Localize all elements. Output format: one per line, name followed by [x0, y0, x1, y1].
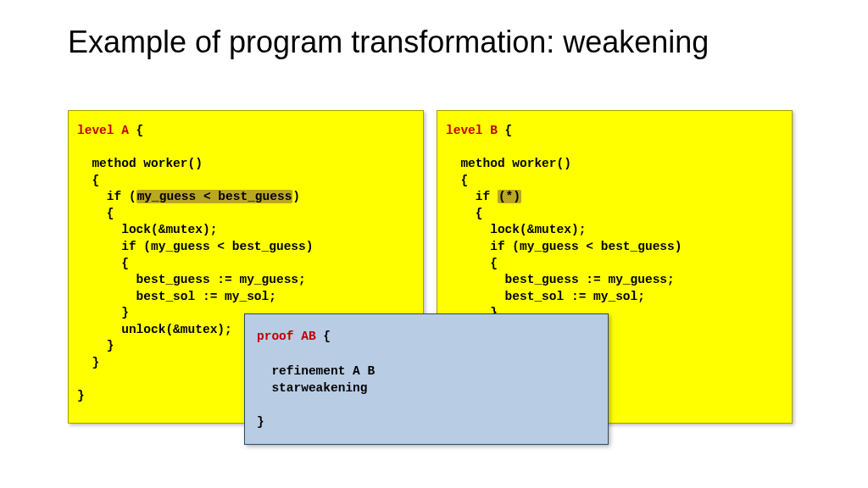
code-line: lock(&mutex); [446, 223, 586, 236]
level-a-brace: { [129, 124, 143, 137]
level-a-keyword: level A [77, 124, 129, 137]
highlight-condition-b: (*) [498, 190, 521, 203]
proof-line: starweakening [257, 381, 368, 395]
code-line: { [77, 207, 114, 220]
code-line: best_guess := my_guess; [446, 273, 675, 286]
proof-panel: proof AB { refinement A B starweakening … [244, 313, 609, 445]
code-line: lock(&mutex); [77, 223, 217, 236]
code-line: } [77, 389, 85, 402]
code-line: unlock(&mutex); [77, 323, 232, 336]
code-line: { [77, 257, 129, 270]
proof-brace: { [316, 330, 331, 343]
code-line: } [77, 356, 99, 369]
code-line: if (my_guess < best_guess) [446, 240, 682, 253]
proof-line: refinement A B [257, 364, 375, 378]
code-line: if ( [77, 190, 136, 203]
code-line: method worker() [77, 157, 203, 170]
code-line: { [446, 174, 468, 187]
code-line: best_sol := my_sol; [446, 290, 645, 303]
code-line: best_guess := my_guess; [77, 273, 306, 286]
code-line: method worker() [446, 157, 571, 170]
code-line: { [446, 207, 483, 220]
proof-close: } [257, 415, 264, 429]
highlight-condition-a: my_guess < best_guess [136, 190, 293, 203]
code-line: { [77, 174, 99, 187]
code-line: if [446, 190, 498, 203]
code-line: ) [292, 190, 300, 203]
level-b-brace: { [498, 124, 512, 137]
code-line: { [446, 257, 498, 270]
level-b-keyword: level B [446, 124, 498, 137]
code-line: if (my_guess < best_guess) [77, 240, 313, 253]
proof-keyword: proof AB [257, 330, 316, 343]
code-line: best_sol := my_sol; [77, 290, 276, 303]
code-line: } [77, 339, 114, 352]
code-line: } [77, 306, 129, 319]
slide-title: Example of program transformation: weake… [68, 24, 709, 60]
